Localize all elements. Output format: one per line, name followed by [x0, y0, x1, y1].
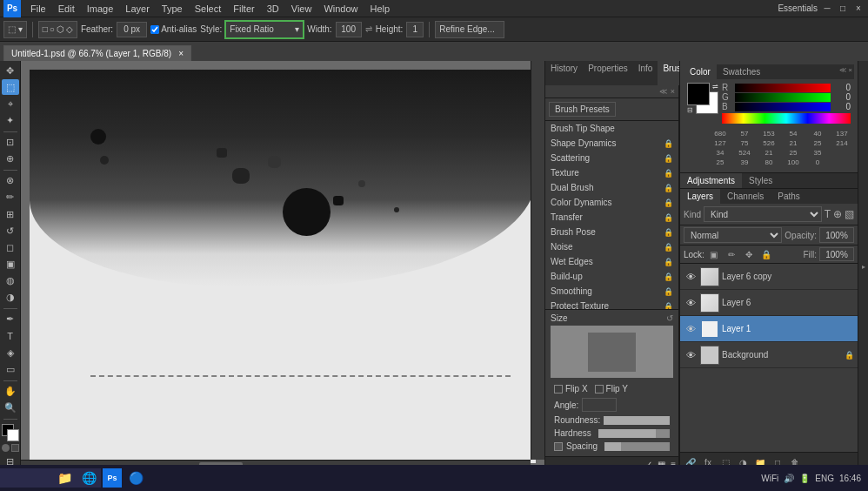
- text-tool[interactable]: T: [2, 328, 19, 344]
- menu-file[interactable]: File: [24, 0, 52, 17]
- paths-tab[interactable]: Paths: [771, 189, 807, 204]
- angle-input[interactable]: [582, 398, 617, 412]
- kind-icon-t[interactable]: T: [825, 208, 831, 220]
- move-tool[interactable]: ✥: [2, 63, 19, 78]
- crop-tool[interactable]: ⊡: [2, 135, 19, 151]
- stamp-tool[interactable]: ⊞: [2, 206, 19, 222]
- lock-brush[interactable]: ✏: [724, 247, 738, 261]
- menu-image[interactable]: Image: [81, 0, 120, 17]
- color-spectrum[interactable]: [722, 113, 851, 124]
- menu-filter[interactable]: Filter: [227, 0, 260, 17]
- texture[interactable]: Texture 🔒: [545, 165, 678, 180]
- layer-1-visibility[interactable]: 👁: [684, 322, 698, 336]
- wet-edges[interactable]: Wet Edges 🔒: [545, 254, 678, 269]
- lock-all[interactable]: 🔒: [759, 247, 773, 261]
- window-maximize[interactable]: □: [837, 3, 849, 13]
- properties-tab[interactable]: Properties: [583, 61, 633, 85]
- reset-colors[interactable]: ⊟: [687, 106, 693, 114]
- color-dynamics[interactable]: Color Dynamics 🔒: [545, 195, 678, 210]
- quick-mask[interactable]: [2, 444, 10, 452]
- swap-colors[interactable]: ⇌: [712, 83, 718, 91]
- lock-transparent[interactable]: ▣: [707, 247, 721, 261]
- blur-tool[interactable]: ◍: [2, 273, 19, 289]
- menu-help[interactable]: Help: [364, 0, 397, 17]
- color-tab[interactable]: Color: [684, 64, 717, 79]
- hand-tool[interactable]: ✋: [2, 383, 19, 399]
- menu-edit[interactable]: Edit: [52, 0, 81, 17]
- width-input[interactable]: [336, 22, 362, 37]
- flip-x-label[interactable]: Flip X: [554, 384, 588, 393]
- kind-icon-fx[interactable]: ⊕: [833, 208, 842, 220]
- tab-close[interactable]: ×: [178, 49, 184, 58]
- build-up[interactable]: Build-up 🔒: [545, 269, 678, 284]
- color-panel-collapse[interactable]: ≪: [839, 66, 846, 77]
- brush-tip-shape[interactable]: Brush Tip Shape: [545, 121, 678, 136]
- r-slider[interactable]: [735, 84, 831, 92]
- eyedropper-tool[interactable]: ⊕: [2, 151, 19, 167]
- history-tab[interactable]: History: [545, 61, 583, 85]
- menu-view[interactable]: View: [285, 0, 318, 17]
- layer-item-bg[interactable]: 👁 Background 🔒: [680, 342, 858, 368]
- menu-layer[interactable]: Layer: [119, 0, 156, 17]
- flip-y-label[interactable]: Flip Y: [595, 384, 628, 393]
- menu-3d[interactable]: 3D: [261, 0, 285, 17]
- window-close[interactable]: ×: [852, 3, 865, 13]
- marquee-tool-options[interactable]: ⬚ ▾: [3, 21, 27, 38]
- scattering[interactable]: Scattering 🔒: [545, 151, 678, 165]
- brush-tool[interactable]: ✏: [2, 190, 19, 205]
- lasso-tool[interactable]: ⬡: [57, 24, 64, 34]
- menu-window[interactable]: Window: [317, 0, 364, 17]
- opacity-input[interactable]: [819, 227, 854, 243]
- smoothing[interactable]: Smoothing 🔒: [545, 284, 678, 299]
- history-brush[interactable]: ↺: [2, 223, 19, 239]
- canvas-area[interactable]: [21, 61, 544, 472]
- protect-texture[interactable]: Protect Texture 🔒: [545, 299, 678, 309]
- ellipse-tool[interactable]: ○: [50, 24, 55, 34]
- heal-tool[interactable]: ⊗: [2, 173, 19, 189]
- brush-pose[interactable]: Brush Pose 🔒: [545, 225, 678, 239]
- layer-item-1[interactable]: 👁 Layer 1: [680, 316, 858, 342]
- transfer[interactable]: Transfer 🔒: [545, 210, 678, 225]
- feather-input[interactable]: [117, 22, 147, 37]
- channels-tab[interactable]: Channels: [720, 189, 771, 204]
- panel-collapse-btn[interactable]: ≪: [659, 87, 667, 96]
- taskbar-search[interactable]: [30, 467, 50, 488]
- document-tab[interactable]: Untitled-1.psd @ 66.7% (Layer 1, RGB/8) …: [3, 45, 191, 61]
- b-slider[interactable]: [735, 103, 831, 111]
- layer-6-visibility[interactable]: 👁: [684, 296, 698, 310]
- pen-tool[interactable]: ✒: [2, 312, 19, 327]
- taskbar-explorer[interactable]: 📁: [54, 467, 75, 488]
- swap-icon[interactable]: ⇌: [365, 24, 372, 34]
- lasso-tool[interactable]: ⌖: [2, 96, 19, 111]
- layer-item-6[interactable]: 👁 Layer 6: [680, 290, 858, 316]
- style-select[interactable]: Fixed Ratio ▾: [225, 21, 304, 38]
- background-color[interactable]: [7, 429, 19, 441]
- roundness-slider[interactable]: [604, 416, 670, 425]
- fill-input[interactable]: [819, 247, 854, 261]
- zoom-tool[interactable]: 🔍: [2, 400, 19, 416]
- lock-move[interactable]: ✥: [742, 247, 756, 261]
- shape-tool[interactable]: ▭: [2, 361, 19, 377]
- flip-y-checkbox[interactable]: [595, 385, 604, 393]
- g-slider[interactable]: [735, 93, 831, 102]
- far-right-collapse[interactable]: ▸: [858, 61, 868, 472]
- marquee-tool[interactable]: ⬚: [2, 79, 19, 95]
- noise[interactable]: Noise 🔒: [545, 239, 678, 254]
- height-input[interactable]: [406, 22, 424, 37]
- dual-brush[interactable]: Dual Brush 🔒: [545, 180, 678, 195]
- kind-icon-adj[interactable]: ▧: [845, 208, 854, 220]
- anti-alias-checkbox[interactable]: [150, 25, 159, 34]
- menu-type[interactable]: Type: [156, 0, 189, 17]
- layers-tab[interactable]: Layers: [680, 189, 720, 204]
- swatches-tab[interactable]: Swatches: [717, 64, 766, 79]
- brush-presets-button[interactable]: Brush Presets: [549, 102, 616, 117]
- eraser-tool[interactable]: ◻: [2, 239, 19, 255]
- refine-edge-button[interactable]: Refine Edge...: [435, 21, 504, 38]
- shape-dynamics[interactable]: Shape Dynamics 🔒: [545, 136, 678, 151]
- taskbar-chrome[interactable]: 🔵: [125, 467, 146, 488]
- info-tab[interactable]: Info: [633, 61, 658, 85]
- window-minimize[interactable]: ─: [821, 3, 833, 13]
- blend-mode-select[interactable]: Normal: [684, 227, 782, 243]
- gradient-tool[interactable]: ▣: [2, 257, 19, 272]
- taskbar-photoshop[interactable]: Ps: [103, 468, 122, 488]
